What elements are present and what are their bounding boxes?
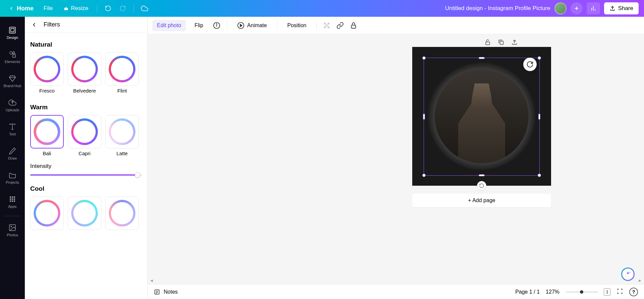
svg-rect-7 (11, 28, 14, 32)
redo-button[interactable] (117, 2, 129, 14)
divider (4, 216, 21, 216)
nav-label: Elements (5, 60, 20, 64)
nav-apps[interactable]: Apps (0, 190, 25, 214)
divider (227, 21, 227, 30)
svg-rect-33 (328, 24, 330, 26)
filter-capri[interactable]: Capri (68, 115, 101, 156)
fullscreen-button[interactable] (616, 288, 623, 296)
filter-flint[interactable]: Flint (105, 52, 139, 94)
resize-handle-tl[interactable] (422, 56, 426, 60)
add-page-button[interactable]: + Add page (412, 194, 551, 207)
filter-label: Capri (78, 151, 91, 156)
nav-label: Apps (8, 204, 16, 208)
resize-handle-mr[interactable] (538, 114, 540, 120)
filter-label: Bali (43, 151, 51, 156)
notes-button[interactable]: Notes (154, 289, 178, 295)
animate-button[interactable]: Animate (232, 19, 272, 32)
undo-button[interactable] (102, 2, 114, 14)
lock-page-button[interactable] (484, 39, 493, 48)
filter-cool-3[interactable] (105, 196, 139, 230)
zoom-handle[interactable] (580, 290, 583, 294)
filter-label: Flint (117, 88, 127, 94)
nav-elements[interactable]: Elements (0, 45, 25, 69)
slider-handle[interactable] (135, 172, 140, 178)
edit-photo-button[interactable]: Edit photo (152, 20, 186, 31)
resize-menu[interactable]: Resize (59, 3, 92, 14)
filter-cool-2[interactable] (68, 196, 101, 230)
flip-button[interactable]: Flip (190, 20, 208, 31)
intensity-slider[interactable] (30, 174, 142, 176)
link-button[interactable] (335, 21, 345, 30)
filter-latte[interactable]: Latte (105, 115, 139, 156)
document-title[interactable]: Untitled design - Instagram Profile Pict… (445, 5, 550, 12)
hscroll-right[interactable]: ► (637, 278, 643, 284)
resize-handle-br[interactable] (538, 174, 541, 177)
resize-handle-bm[interactable] (479, 174, 485, 176)
nav-projects[interactable]: Projects (0, 166, 25, 190)
add-collaborator-button[interactable] (571, 2, 583, 14)
panel-header: Filters (25, 17, 147, 33)
export-icon (511, 39, 518, 46)
nav-label: Draw (8, 156, 17, 160)
slider-fill (30, 174, 138, 176)
nav-brand-hub[interactable]: Brand Hub (0, 69, 25, 93)
chevron-left-icon (9, 6, 14, 11)
canvas-scroll[interactable]: + Add page ◄ ► Notes Page 1 / 1 127% (148, 34, 644, 299)
rotate-handle[interactable] (477, 181, 486, 190)
position-button[interactable]: Position (283, 20, 311, 31)
cloud-icon (141, 5, 148, 12)
nav-draw[interactable]: Draw (0, 141, 25, 166)
svg-rect-14 (14, 196, 15, 198)
svg-rect-16 (12, 198, 13, 200)
group-title-warm: Warm (30, 104, 142, 111)
user-avatar[interactable] (554, 2, 567, 14)
panel-body[interactable]: Natural Fresco Belvedere Flint Warm (25, 33, 147, 299)
magic-button[interactable] (621, 267, 635, 281)
resize-handle-ml[interactable] (423, 114, 425, 120)
transparency-button[interactable] (322, 21, 331, 30)
nav-text[interactable]: Text (0, 117, 25, 141)
resize-handle-tm[interactable] (479, 57, 485, 59)
rotate-icon (479, 183, 484, 188)
photos-icon (8, 224, 16, 232)
page-indicator[interactable]: Page 1 / 1 (515, 289, 540, 295)
svg-rect-17 (14, 198, 15, 200)
zoom-slider[interactable] (566, 291, 598, 293)
sparkle-icon (625, 271, 631, 278)
resize-handle-bl[interactable] (422, 174, 426, 177)
zoom-level[interactable]: 127% (546, 289, 559, 295)
footer-bar: Notes Page 1 / 1 127% 1 ? (148, 284, 644, 299)
filter-cool-1[interactable] (30, 196, 64, 230)
lock-button[interactable] (349, 21, 358, 30)
svg-rect-29 (326, 22, 328, 24)
back-button[interactable] (30, 21, 38, 29)
share-label: Share (618, 5, 633, 12)
svg-rect-6 (9, 27, 15, 33)
filters-panel: Filters Natural Fresco Belvedere Flint W… (25, 17, 148, 299)
home-button[interactable]: Home (5, 3, 37, 14)
cloud-sync-button[interactable] (139, 2, 151, 14)
ai-refresh-button[interactable] (523, 58, 537, 71)
help-button[interactable]: ? (629, 288, 638, 296)
export-page-button[interactable] (511, 39, 520, 48)
svg-rect-13 (12, 196, 13, 198)
file-menu[interactable]: File (40, 3, 57, 14)
page-count-button[interactable]: 1 (604, 288, 610, 296)
svg-rect-35 (326, 26, 328, 28)
nav-photos[interactable]: Photos (0, 218, 25, 242)
selection-box[interactable] (424, 58, 540, 176)
resize-handle-tr[interactable] (538, 56, 541, 60)
hscroll-left[interactable]: ◄ (148, 278, 155, 284)
filter-bali[interactable]: Bali (30, 115, 64, 156)
insights-button[interactable] (587, 2, 600, 14)
duplicate-page-button[interactable] (498, 39, 506, 48)
nav-uploads[interactable]: Uploads (0, 93, 25, 117)
info-button[interactable] (212, 21, 221, 30)
svg-rect-34 (324, 26, 326, 28)
nav-design[interactable]: Design (0, 21, 25, 45)
chart-icon (590, 5, 597, 12)
filter-belvedere[interactable]: Belvedere (68, 52, 101, 94)
share-button[interactable]: Share (604, 2, 639, 14)
filter-fresco[interactable]: Fresco (30, 52, 64, 94)
svg-rect-15 (10, 198, 11, 200)
